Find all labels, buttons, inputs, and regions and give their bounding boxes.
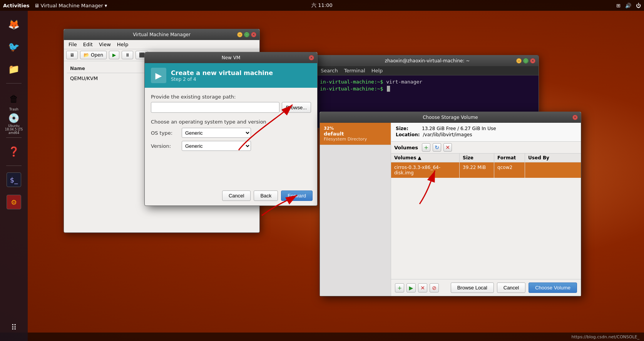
terminal-line-2: in-virtual-machine:~$ █: [320, 85, 535, 92]
monitor-icon: 🖥: [70, 52, 74, 58]
vmm-minimize-btn[interactable]: −: [237, 32, 243, 37]
dock-item-thunderbird[interactable]: 🐦: [4, 37, 24, 57]
newvm-back-button[interactable]: Back: [254, 191, 278, 201]
vmm-menu-file[interactable]: File: [65, 41, 80, 48]
dock-item-terminal[interactable]: $_: [4, 170, 24, 190]
vol-refresh-btn[interactable]: ↻: [433, 143, 441, 152]
terminal-menu-search[interactable]: Search: [318, 67, 341, 74]
vm-icon-topbar: 🖥: [34, 3, 39, 8]
storage-sidebar: 32% default Filesystem Directory: [320, 123, 391, 296]
size-value: 13.28 GiB Free / 6.27 GiB In Use: [422, 126, 496, 131]
network-icon[interactable]: ⊞: [616, 3, 621, 8]
footer-add-btn[interactable]: +: [395, 283, 404, 293]
volumes-table: Volumes ▲ Size Format Used By cirros-0.3…: [391, 154, 581, 279]
terminal-content[interactable]: in-virtual-machine:~$ virt-manager in-vi…: [316, 75, 539, 95]
vmm-toolbar-run[interactable]: ▶: [109, 51, 119, 59]
vmm-toolbar-pause[interactable]: ⏸: [122, 51, 133, 59]
sort-icon: ▲: [418, 155, 421, 160]
header-volumes: Volumes ▲: [391, 154, 460, 162]
terminal-menubar: Search Terminal Help: [316, 66, 539, 75]
dock-item-trash[interactable]: 🗑 Trash: [4, 91, 24, 111]
newvm-header-step: Step 2 of 4: [171, 77, 273, 82]
footer-stop-btn[interactable]: ✕: [418, 283, 427, 293]
dock-separator-3: [6, 165, 22, 166]
choose-volume-button[interactable]: Choose Volume: [529, 282, 577, 293]
vol-usedby-cirros: [525, 162, 581, 178]
storage-footer: + ▶ ✕ ⊘ Browse Local Cancel Choose Volum…: [391, 279, 581, 296]
activities-button[interactable]: Activities: [3, 3, 30, 8]
vol-row-cirros[interactable]: cirros-0.3.3-x86_64-disk.img 39.22 MiB q…: [391, 162, 581, 178]
terminal-menu-terminal[interactable]: Terminal: [341, 67, 368, 74]
newvm-title: New VM: [222, 55, 241, 60]
vmm-menubar: File Edit View Help: [64, 40, 259, 49]
terminal-minimize-btn[interactable]: −: [516, 58, 522, 64]
storage-path-label: Provide the existing storage path:: [151, 94, 311, 100]
browse-local-button[interactable]: Browse Local: [451, 282, 494, 293]
os-type-select[interactable]: Generic: [182, 128, 251, 138]
vol-add-btn[interactable]: +: [422, 143, 430, 152]
terminal-window-controls: − □ ✕: [516, 58, 535, 64]
pool-item-default[interactable]: 32% default Filesystem Directory: [320, 123, 391, 145]
dock-item-firefox[interactable]: 🦊: [4, 15, 24, 35]
virtmanager-icon: ⚙: [7, 195, 21, 209]
footer-del-btn[interactable]: ⊘: [430, 283, 439, 293]
storage-main: Size: 13.28 GiB Free / 6.27 GiB In Use L…: [391, 123, 581, 296]
newvm-close-btn[interactable]: ✕: [309, 55, 314, 60]
newvm-footer: Cancel Back Forward: [222, 191, 313, 201]
vmm-toolbar-monitor[interactable]: 🖥: [66, 51, 78, 59]
qemu-item-label: QEMU/KVM: [70, 75, 98, 81]
footer-play-btn[interactable]: ▶: [406, 283, 416, 293]
dock-item-ubuntu-dvd[interactable]: 💿 Ubuntu 18.04.5 LTS amd64: [4, 114, 24, 134]
vol-table-header: Volumes ▲ Size Format Used By: [391, 154, 581, 162]
app-name-topbar: 🖥 Virtual Machine Manager ▾: [34, 3, 107, 8]
newvm-os-section: Choose an operating system type and vers…: [151, 119, 311, 151]
volumes-label: Volumes: [394, 145, 418, 150]
vmm-toolbar-open[interactable]: 📂 Open: [80, 51, 107, 59]
dock-item-files[interactable]: 📁: [4, 59, 24, 79]
vmm-window-controls: − □ ✕: [237, 32, 256, 37]
open-icon: 📂: [84, 52, 89, 58]
vmm-menu-edit[interactable]: Edit: [80, 41, 96, 48]
storage-size-row: Size: 13.28 GiB Free / 6.27 GiB In Use: [396, 126, 576, 131]
newvm-forward-button[interactable]: Forward: [281, 191, 313, 201]
vol-format-cirros: qcow2: [494, 162, 525, 178]
os-version-row: Version: Generic: [151, 141, 311, 151]
pause-icon: ⏸: [125, 52, 130, 58]
vmm-maximize-btn[interactable]: □: [244, 32, 249, 37]
dvd-icon: 💿: [6, 113, 22, 124]
storage-close-btn[interactable]: ✕: [572, 115, 578, 120]
storage-path-input[interactable]: [151, 102, 279, 113]
storage-info: Size: 13.28 GiB Free / 6.27 GiB In Use L…: [391, 123, 581, 142]
vol-size-cirros: 39.22 MiB: [460, 162, 494, 178]
header-usedby: Used By: [525, 154, 581, 162]
newvm-titlebar: New VM ✕: [145, 52, 317, 63]
vmm-menu-view[interactable]: View: [96, 41, 114, 48]
newvm-header: ▶ Create a new virtual machine Step 2 of…: [145, 63, 317, 88]
header-format: Format: [494, 154, 525, 162]
dock-show-apps[interactable]: ⠿: [4, 317, 24, 337]
os-version-label: Version:: [151, 143, 178, 149]
power-icon[interactable]: ⏻: [636, 3, 641, 8]
terminal-menu-help[interactable]: Help: [368, 67, 386, 74]
vmm-close-btn[interactable]: ✕: [251, 32, 256, 37]
newvm-window-controls: ✕: [309, 55, 314, 60]
terminal-close-btn[interactable]: ✕: [530, 58, 535, 64]
terminal-maximize-btn[interactable]: □: [523, 58, 529, 64]
newvm-cancel-button[interactable]: Cancel: [222, 191, 251, 201]
browse-button[interactable]: Browse...: [282, 102, 311, 113]
dock-item-virtmanager[interactable]: ⚙: [4, 192, 24, 212]
volume-icon[interactable]: 🔊: [625, 3, 631, 8]
pool-type: Filesystem Directory: [324, 137, 387, 142]
vol-delete-btn[interactable]: ✕: [443, 143, 452, 152]
dock-item-help[interactable]: ❓ Name: [4, 142, 24, 162]
storage-dialog-title: Choose Storage Volume: [423, 115, 478, 120]
storage-cancel-button[interactable]: Cancel: [497, 282, 525, 293]
newvm-header-title: Create a new virtual machine: [171, 69, 273, 77]
status-bar: https://blog.csdn.net/CONSOLE_: [0, 333, 644, 341]
os-version-select[interactable]: Generic: [182, 141, 251, 151]
header-size: Size: [460, 154, 494, 162]
terminal-prompt-2: in-virtual-machine:~$: [320, 86, 383, 92]
vmm-menu-help[interactable]: Help: [114, 41, 132, 48]
files-icon: 📁: [6, 62, 22, 77]
storage-path-row: Browse...: [151, 102, 311, 113]
